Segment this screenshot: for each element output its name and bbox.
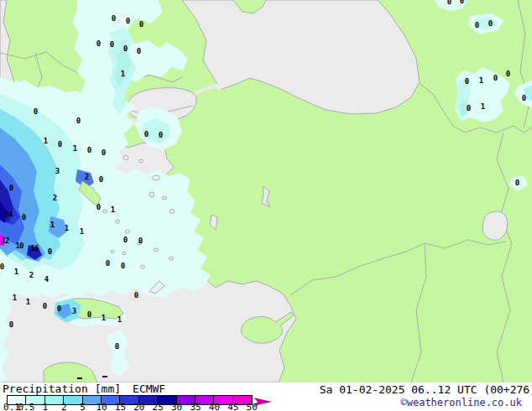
copyright-label: ©weatheronline.co.uk xyxy=(401,397,523,408)
colorbar-tick-label: 20 xyxy=(133,402,144,411)
legend-units: [mm] xyxy=(95,382,121,395)
island xyxy=(163,196,167,200)
colorbar-tick-label: 1 xyxy=(42,402,48,411)
island xyxy=(149,192,154,197)
island xyxy=(138,242,142,245)
island xyxy=(170,257,174,260)
colorbar-tick-label: 15 xyxy=(115,402,126,411)
island xyxy=(153,175,160,180)
legend-title-text: Precipitation xyxy=(3,382,88,395)
legend-title: Precipitation[mm]ECMWF xyxy=(3,382,165,395)
island xyxy=(103,210,107,213)
map-canvas xyxy=(0,0,532,382)
legend-model: ECMWF xyxy=(133,382,165,395)
colorbar-tick-label: 10 xyxy=(96,402,107,411)
island xyxy=(139,159,143,163)
colorbar-tick-label: 30 xyxy=(171,402,182,411)
colorbar-tick-label: 50 xyxy=(247,402,258,411)
edge-mark xyxy=(77,377,82,379)
colorbar-tick-label: 0.5 xyxy=(18,402,34,411)
colorbar-tick-label: 25 xyxy=(153,402,164,411)
island xyxy=(170,210,175,214)
island xyxy=(126,230,130,233)
island xyxy=(154,248,159,252)
island xyxy=(123,252,126,255)
island xyxy=(123,156,128,160)
legend: Precipitation[mm]ECMWF 0.10.512510152025… xyxy=(0,382,532,411)
datetime-label: Sa 01-02-2025 06..12 UTC (00+276) xyxy=(320,383,532,396)
island xyxy=(141,265,145,268)
precipitation-map xyxy=(0,0,532,382)
weather-map-page: 0000000100101000032002000001000010012401… xyxy=(0,0,532,411)
colorbar-tick-label: 35 xyxy=(190,402,201,411)
lake-van xyxy=(482,211,508,240)
island xyxy=(111,250,114,253)
colorbar-tick-label: 40 xyxy=(209,402,220,411)
edge-mark xyxy=(102,376,107,377)
colorbar-tick-label: 5 xyxy=(80,402,86,411)
island xyxy=(116,220,120,223)
colorbar-tick-label: 45 xyxy=(227,402,238,411)
colorbar-tick-label: 2 xyxy=(61,402,67,411)
